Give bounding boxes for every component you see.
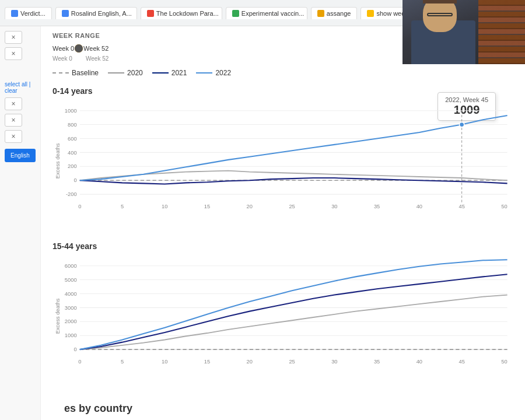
tab-experimental[interactable]: Experimental vaccin... [226, 7, 307, 19]
svg-text:Excess deaths: Excess deaths [55, 298, 61, 334]
tab-lockdown[interactable]: The Lockdown Para... [141, 7, 222, 19]
bottom-section: es by country [52, 397, 513, 420]
video-bookshelf [478, 0, 525, 64]
svg-text:Excess deaths: Excess deaths [55, 143, 61, 178]
svg-text:4000: 4000 [65, 290, 77, 296]
legend-label-2022: 2022 [215, 69, 231, 77]
sidebar-select-links: select all | clear [5, 81, 36, 94]
svg-text:20: 20 [247, 359, 253, 365]
chart-15-44-section: 15-44 years Excess deaths 6000 5000 4000… [52, 242, 513, 379]
legend-baseline: Baseline [52, 69, 99, 77]
svg-text:0: 0 [74, 346, 76, 352]
clear-link[interactable]: clear [5, 88, 18, 94]
bottom-title: es by country [64, 402, 502, 415]
tab-assange[interactable]: assange [311, 7, 358, 19]
svg-text:200: 200 [68, 163, 77, 169]
tab-favicon-show [367, 10, 374, 17]
svg-text:50: 50 [501, 359, 507, 365]
tab-label-verdict: Verdict... [20, 10, 46, 17]
range-labels: Week 0 Week 52 [52, 55, 108, 62]
svg-text:45: 45 [459, 204, 464, 209]
chart-0-14-section: 0-14 years 2022, Week 45 1009 Excess dea… [52, 86, 513, 224]
close-button-1[interactable]: × [5, 31, 22, 44]
svg-text:0: 0 [78, 204, 81, 209]
range-min-label: Week 0 [52, 55, 72, 62]
legend-2022: 2022 [196, 69, 231, 77]
svg-text:40: 40 [416, 359, 422, 365]
svg-text:35: 35 [374, 359, 380, 365]
tab-verdict[interactable]: Verdict... [5, 7, 52, 19]
legend-line-2020 [108, 72, 124, 74]
close-button-4[interactable]: × [5, 114, 22, 127]
svg-text:35: 35 [374, 204, 380, 209]
range-max-label: Week 52 [86, 55, 108, 62]
svg-text:600: 600 [68, 136, 77, 142]
tab-favicon-lockdown [147, 10, 154, 17]
svg-text:1000: 1000 [65, 332, 77, 338]
svg-text:10: 10 [162, 204, 167, 209]
legend-line-baseline [52, 72, 69, 74]
legend-label-baseline: Baseline [72, 69, 99, 77]
person-glasses [427, 13, 453, 16]
video-overlay [402, 0, 525, 64]
svg-text:5: 5 [121, 204, 124, 209]
svg-text:15: 15 [204, 359, 210, 365]
legend: Baseline 2020 2021 2022 [52, 69, 513, 77]
english-button[interactable]: English [5, 149, 36, 162]
chart-15-44-title: 15-44 years [52, 242, 513, 251]
svg-text:45: 45 [459, 359, 464, 365]
svg-text:50: 50 [501, 204, 507, 209]
video-person [402, 0, 525, 64]
close-button-3[interactable]: × [5, 97, 22, 110]
svg-text:5000: 5000 [65, 277, 77, 283]
tab-favicon-experimental [232, 10, 239, 17]
legend-line-2021 [152, 72, 169, 74]
svg-text:-200: -200 [66, 191, 77, 197]
svg-text:0: 0 [74, 177, 76, 183]
close-button-5[interactable]: × [5, 130, 22, 143]
svg-point-28 [459, 122, 464, 127]
svg-text:3000: 3000 [65, 304, 77, 310]
svg-text:25: 25 [289, 204, 295, 209]
legend-label-2021: 2021 [172, 69, 187, 77]
tab-favicon-verdict [11, 10, 18, 17]
svg-text:40: 40 [416, 204, 422, 209]
range-row: Week 0 Week 52 [52, 43, 108, 54]
chart-15-44-wrapper: Excess deaths 6000 5000 4000 3000 2000 1… [52, 256, 513, 379]
tab-label-experimental: Experimental vaccin... [242, 10, 304, 17]
svg-text:800: 800 [68, 122, 77, 128]
close-button-2[interactable]: × [5, 47, 22, 60]
legend-2021: 2021 [152, 69, 187, 77]
week-end-label: Week 52 [83, 45, 108, 52]
svg-text:20: 20 [247, 204, 253, 209]
video-content [402, 0, 525, 64]
svg-text:10: 10 [162, 359, 167, 365]
tab-favicon-rosalind [62, 10, 69, 17]
chart-15-44-svg: Excess deaths 6000 5000 4000 3000 2000 1… [52, 256, 513, 377]
week-range-label: WEEK RANGE [52, 32, 108, 39]
sidebar: × × select all | clear × × × English [0, 26, 41, 420]
svg-text:6000: 6000 [65, 263, 77, 269]
svg-text:0: 0 [78, 359, 81, 365]
svg-text:5: 5 [121, 359, 124, 365]
svg-text:30: 30 [331, 359, 337, 365]
legend-2020: 2020 [108, 69, 143, 77]
svg-text:15: 15 [204, 204, 210, 209]
main-content: × × select all | clear × × × English WEE… [0, 26, 525, 420]
legend-label-2020: 2020 [127, 69, 143, 77]
tab-rosalind[interactable]: Rosalind English, A... [55, 7, 137, 19]
tab-favicon-assange [317, 10, 324, 17]
person-hair [423, 0, 457, 4]
slider-thumb-right[interactable] [75, 44, 83, 52]
chart-0-14-wrapper: Excess deaths 1000 800 600 400 200 0 -20… [52, 100, 513, 224]
svg-text:2000: 2000 [65, 318, 77, 324]
svg-text:30: 30 [331, 204, 337, 209]
legend-line-2022 [196, 72, 212, 74]
tab-label-lockdown: The Lockdown Para... [156, 10, 219, 17]
svg-text:25: 25 [289, 359, 295, 365]
week-start-label: Week 0 [52, 45, 74, 52]
chart-area: WEEK RANGE Week 0 Week 52 Week 0 [41, 26, 525, 420]
svg-text:1000: 1000 [65, 108, 77, 114]
select-all-link[interactable]: select all [5, 81, 27, 88]
svg-text:400: 400 [68, 150, 77, 156]
